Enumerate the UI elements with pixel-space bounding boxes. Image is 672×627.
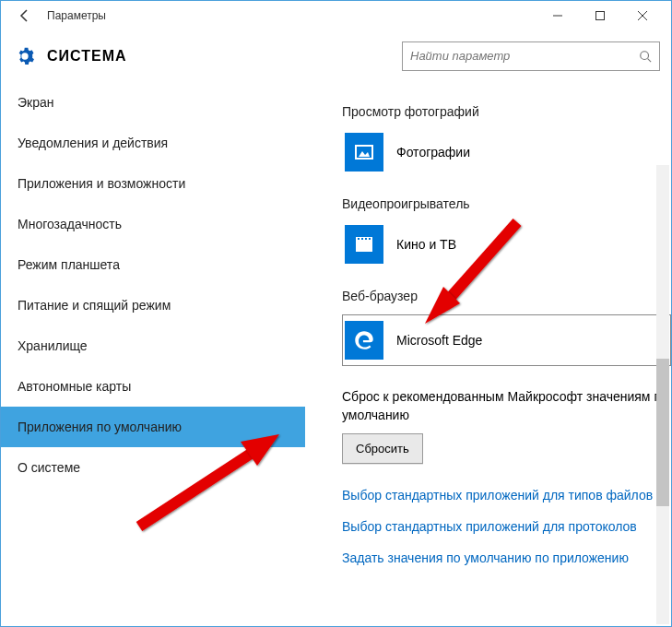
svg-rect-10 <box>358 238 360 240</box>
close-icon <box>638 11 647 20</box>
sidebar-item-apps-features[interactable]: Приложения и возможности <box>1 163 305 204</box>
svg-rect-1 <box>596 12 605 20</box>
reset-button[interactable]: Сбросить <box>342 433 423 464</box>
svg-rect-8 <box>356 241 372 252</box>
sidebar-item-default-apps[interactable]: Приложения по умолчанию <box>1 407 305 447</box>
svg-rect-13 <box>369 238 371 240</box>
close-button[interactable] <box>621 1 664 30</box>
section-video-player: Видеопроигрыватель <box>342 196 671 211</box>
maximize-icon <box>595 11 605 20</box>
svg-point-4 <box>641 51 649 59</box>
app-name-movies-tv: Кино и ТВ <box>396 237 456 252</box>
search-box[interactable] <box>402 41 660 71</box>
minimize-button[interactable] <box>536 1 579 30</box>
sidebar-item-multitasking[interactable]: Многозадачность <box>1 204 305 244</box>
svg-marker-7 <box>359 151 370 157</box>
app-name-edge: Microsoft Edge <box>396 333 482 348</box>
app-name-photos: Фотографии <box>396 145 470 160</box>
search-icon <box>639 50 652 63</box>
section-web-browser: Веб-браузер <box>342 289 671 303</box>
sidebar-item-storage[interactable]: Хранилище <box>1 325 305 366</box>
scrollbar-thumb[interactable] <box>656 359 669 506</box>
svg-rect-11 <box>361 238 363 240</box>
sidebar-item-tablet-mode[interactable]: Режим планшета <box>1 244 305 285</box>
body: Экран Уведомления и действия Приложения … <box>1 82 671 626</box>
sidebar-item-offline-maps[interactable]: Автономные карты <box>1 366 305 407</box>
sidebar-item-about[interactable]: О системе <box>1 447 305 488</box>
links-section: Выбор стандартных приложений для типов ф… <box>342 488 671 565</box>
svg-line-5 <box>648 58 652 62</box>
edge-icon <box>345 321 383 360</box>
sidebar-item-power-sleep[interactable]: Питание и спящий режим <box>1 285 305 325</box>
photos-icon <box>345 133 383 172</box>
link-choose-apps-filetypes[interactable]: Выбор стандартных приложений для типов ф… <box>342 488 671 503</box>
titlebar: Параметры <box>1 1 671 30</box>
app-tile-web-browser[interactable]: Microsoft Edge <box>342 314 671 366</box>
page-title: СИСТЕМА <box>47 48 127 65</box>
arrow-left-icon <box>18 8 32 23</box>
sidebar-item-notifications[interactable]: Уведомления и действия <box>1 123 305 163</box>
settings-window: Параметры СИСТЕМА Экран Уведомления и д <box>0 0 672 627</box>
link-set-defaults-by-app[interactable]: Задать значения по умолчанию по приложен… <box>342 550 671 565</box>
reset-description: Сброс к рекомендованным Майкрософт значе… <box>342 388 671 424</box>
window-controls <box>536 1 664 30</box>
app-tile-photos[interactable]: Фотографии <box>342 130 671 174</box>
window-title: Параметры <box>47 9 536 22</box>
minimize-icon <box>553 11 562 20</box>
sidebar: Экран Уведомления и действия Приложения … <box>1 82 305 626</box>
content: Просмотр фотографий Фотографии Видеопрои… <box>305 82 671 626</box>
search-input[interactable] <box>410 49 639 63</box>
movies-tv-icon <box>345 225 383 264</box>
svg-rect-12 <box>365 238 367 240</box>
gear-icon <box>12 43 38 69</box>
section-photo-viewer: Просмотр фотографий <box>342 104 671 119</box>
link-choose-apps-protocols[interactable]: Выбор стандартных приложений для протоко… <box>342 519 671 534</box>
header: СИСТЕМА <box>1 30 671 82</box>
app-tile-movies-tv[interactable]: Кино и ТВ <box>342 222 671 266</box>
maximize-button[interactable] <box>579 1 621 30</box>
back-button[interactable] <box>8 1 41 30</box>
sidebar-item-display[interactable]: Экран <box>1 82 305 123</box>
